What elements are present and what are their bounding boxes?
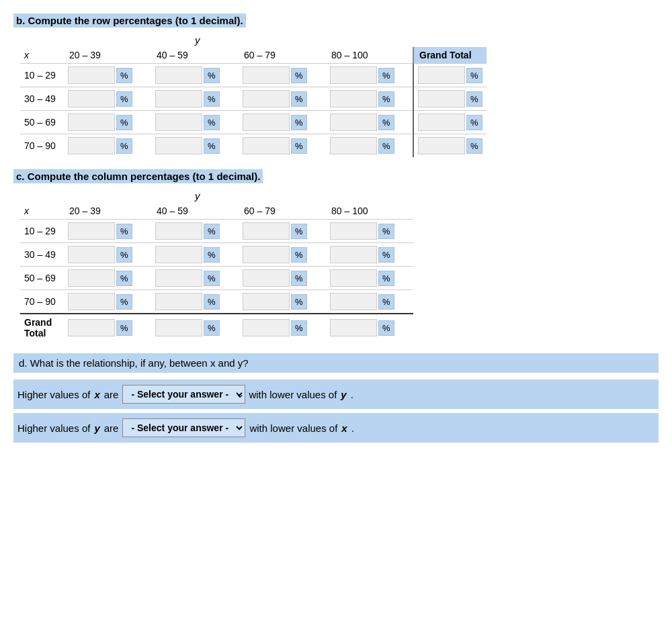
- b-x-header: x: [20, 47, 64, 64]
- table-row: 70 – 90 % % %: [20, 134, 487, 158]
- c-r3c3-input[interactable]: [243, 269, 290, 287]
- table-row: 30 – 49 % % %: [20, 87, 487, 111]
- table-row: 10 – 29 % % %: [20, 220, 413, 243]
- b-r4c2-input[interactable]: [155, 137, 202, 154]
- d-row1-select[interactable]: - Select your answer - associated not as…: [122, 385, 245, 404]
- b-r2c4-input[interactable]: [330, 90, 377, 107]
- table-row: 70 – 90 % % %: [20, 290, 413, 314]
- c-r2c4-input[interactable]: [330, 246, 377, 263]
- d-row2-suffix: with lower values of: [249, 422, 337, 434]
- d-row2-varx: x: [341, 422, 347, 434]
- d-row2: Higher values of y are - Select your ans…: [13, 413, 659, 443]
- table-row: 50 – 69 % % %: [20, 111, 487, 134]
- table-row: 10 – 29 % % %: [20, 64, 487, 87]
- b-r1c1-input[interactable]: [68, 66, 115, 84]
- b-r1c5-cell: %: [413, 64, 487, 87]
- b-r1c5-input[interactable]: [418, 66, 465, 84]
- b-col-6079: 60 – 79: [239, 47, 326, 64]
- section-c-title: c. Compute the column percentages (to 1 …: [13, 169, 263, 183]
- c-row1-label: 10 – 29: [20, 220, 64, 243]
- b-r1c3-input[interactable]: [243, 66, 290, 84]
- b-r2c1-cell: %: [64, 87, 151, 111]
- c-r2c1-input[interactable]: [68, 246, 115, 263]
- b-r4c5-input[interactable]: [418, 137, 465, 154]
- c-r2c2-input[interactable]: [155, 246, 202, 263]
- d-row1-are: are: [104, 389, 119, 400]
- b-r1c2-input[interactable]: [155, 66, 202, 84]
- c-r1c4-input[interactable]: [330, 222, 377, 240]
- c-col-4059: 40 – 59: [151, 203, 239, 220]
- c-grand-total-label: Grand Total: [20, 314, 64, 341]
- c-r1c3-input[interactable]: [243, 222, 290, 240]
- c-col-2039: 20 – 39: [64, 203, 151, 220]
- b-r1c4-cell: %: [326, 64, 413, 87]
- c-y-label: y: [155, 190, 659, 201]
- b-r3c3-input[interactable]: [243, 114, 290, 131]
- section-b-title: b. Compute the row percentages (to 1 dec…: [13, 13, 246, 28]
- c-gt-c4-input[interactable]: [330, 319, 377, 336]
- c-r2c3-input[interactable]: [243, 246, 290, 263]
- c-gt-c1-input[interactable]: [68, 319, 115, 336]
- c-r4c1-input[interactable]: [68, 293, 115, 310]
- d-row1-period: .: [351, 389, 353, 400]
- b-r1c2-cell: %: [151, 64, 239, 87]
- d-row2-period: .: [351, 422, 354, 434]
- c-row2-label: 30 – 49: [20, 243, 64, 267]
- table-row: 30 – 49 % % %: [20, 243, 413, 267]
- b-r4c1-input[interactable]: [68, 137, 115, 154]
- c-gt-c2-input[interactable]: [155, 319, 202, 336]
- table-c: x 20 – 39 40 – 59 60 – 79 80 – 100 10 – …: [20, 203, 413, 341]
- c-x-header: x: [20, 203, 64, 220]
- b-y-label: y: [155, 34, 659, 46]
- c-row4-label: 70 – 90: [20, 290, 64, 314]
- section-c: c. Compute the column percentages (to 1 …: [13, 169, 659, 341]
- b-r3c1-input[interactable]: [68, 114, 115, 131]
- table-b: x 20 – 39 40 – 59 60 – 79 80 – 100 Grand…: [20, 47, 487, 157]
- b-r4c4-input[interactable]: [330, 137, 377, 154]
- c-r4c2-input[interactable]: [155, 293, 202, 310]
- b-r2c3-input[interactable]: [243, 90, 290, 107]
- c-r1c2-input[interactable]: [155, 222, 202, 240]
- b-r3c2-input[interactable]: [155, 114, 202, 131]
- b-r3c5-input[interactable]: [418, 114, 465, 131]
- b-row4-label: 70 – 90: [20, 134, 64, 158]
- b-r2c1-input[interactable]: [68, 90, 115, 107]
- d-row2-prefix: Higher values of: [17, 422, 90, 434]
- c-row3-label: 50 – 69: [20, 267, 64, 290]
- b-r1c4-input[interactable]: [330, 66, 377, 84]
- b-r1c5-pct: %: [466, 68, 482, 83]
- c-r3c4-input[interactable]: [330, 269, 377, 287]
- c-col-80100: 80 – 100: [326, 203, 413, 220]
- d-row1-prefix: Higher values of: [17, 389, 90, 400]
- section-b: b. Compute the row percentages (to 1 dec…: [13, 13, 659, 157]
- c-header-row: x 20 – 39 40 – 59 60 – 79 80 – 100: [20, 203, 413, 220]
- c-r3c2-input[interactable]: [155, 269, 202, 287]
- b-r1c1-cell: %: [64, 64, 151, 87]
- d-row1-varx: x: [94, 389, 99, 400]
- d-row2-are: are: [104, 422, 119, 434]
- section-d: d. What is the relationship, if any, bet…: [13, 353, 659, 443]
- c-gt-c3-input[interactable]: [243, 319, 290, 336]
- b-r1c3-pct: %: [291, 68, 307, 83]
- b-r1c1-pct: %: [116, 68, 132, 83]
- b-row2-label: 30 – 49: [20, 87, 64, 111]
- c-r4c4-input[interactable]: [330, 293, 377, 310]
- b-r3c4-input[interactable]: [330, 114, 377, 131]
- b-col-80100: 80 – 100: [326, 47, 413, 64]
- b-header-row: x 20 – 39 40 – 59 60 – 79 80 – 100 Grand…: [20, 47, 487, 64]
- section-d-title: d. What is the relationship, if any, bet…: [13, 353, 659, 373]
- b-r4c3-input[interactable]: [243, 137, 290, 154]
- d-row1: Higher values of x are - Select your ans…: [13, 379, 659, 409]
- c-col-6079: 60 – 79: [239, 203, 326, 220]
- c-r1c1-input[interactable]: [68, 222, 115, 240]
- c-r4c3-input[interactable]: [243, 293, 290, 310]
- c-grand-total-row: Grand Total % % %: [20, 314, 413, 341]
- d-row2-select[interactable]: - Select your answer - associated not as…: [122, 418, 245, 437]
- b-col-4059: 40 – 59: [151, 47, 239, 64]
- b-r2c5-input[interactable]: [418, 90, 465, 107]
- b-row1-label: 10 – 29: [20, 64, 64, 87]
- c-r3c1-input[interactable]: [68, 269, 115, 287]
- b-r2c2-input[interactable]: [155, 90, 202, 107]
- b-r1c2-pct: %: [204, 68, 220, 83]
- b-r1c4-pct: %: [378, 68, 394, 83]
